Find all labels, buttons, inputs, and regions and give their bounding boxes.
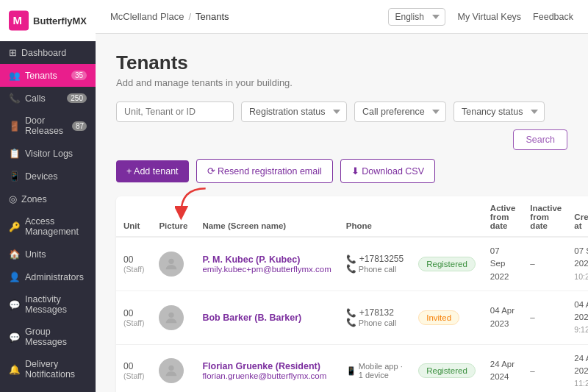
status-cell: Invited [411,291,483,344]
tenant-phone: 📞+178132 [346,307,404,318]
sidebar-item-delivery-notifications[interactable]: 🔔 Delivery Notifications [0,353,96,385]
tenant-phone: 📞+17813255 [346,254,404,264]
access-icon: 🔑 [9,221,21,232]
col-status [411,196,483,237]
tenant-name-link[interactable]: Florian Gruenke (Resident) [202,361,331,371]
unit-cell: 00 (Staff) [116,344,151,392]
breadcrumb: McClelland Place / Tenants [110,11,229,22]
phone-cell: 📞+178132 📞Phone call [339,291,411,344]
notif-icon: 🔔 [9,364,21,375]
unit-cell: 00 (Staff) [116,291,151,344]
col-name: Name (Screen name) [195,196,338,237]
status-cell: Registered [411,237,483,291]
zone-icon: ◎ [9,193,17,204]
arrow-annotation [175,185,212,224]
status-badge: Registered [418,363,476,378]
language-select[interactable]: English Spanish [388,8,445,26]
door-icon: 🚪 [9,121,21,132]
contact-icon: 📞 [346,318,356,327]
table-row: 00 (Staff) Bob Barker (B. Barker) 📞+1781… [116,291,588,344]
add-tenant-button[interactable]: + Add tenant [116,160,189,182]
created-time: 10:26AM [574,272,588,281]
status-cell: Registered [411,344,483,392]
contact-type: 📞Phone call [346,318,404,327]
sidebar-item-units[interactable]: 🏠 Units [0,243,96,266]
table-row: 00 (Staff) Florian Gruenke (Resident) fl… [116,344,588,392]
picture-cell [151,344,195,392]
admin-icon: 👤 [9,271,21,282]
active-date-cell: 04 Apr 2023 [483,291,523,344]
phone-icon: 📞 [346,254,356,264]
sidebar-item-zones[interactable]: ◎ Zones [0,188,96,210]
contact-type: 📞Phone call [346,264,404,274]
grid-icon: ⊞ [9,47,17,58]
sidebar-item-dashboard[interactable]: ⊞ Dashboard [0,41,96,64]
tenancy-status-select[interactable]: Tenancy status [453,101,545,122]
feedback-link[interactable]: Feedback [533,12,573,22]
tenants-badge: 35 [71,71,87,80]
my-virtual-keys-link[interactable]: My Virtual Keys [457,12,521,22]
log-icon: 📋 [9,148,21,159]
svg-text:M: M [12,15,21,26]
svg-point-3 [169,312,174,317]
sidebar-item-administrators[interactable]: 👤 Administrators [0,266,96,288]
breadcrumb-building[interactable]: McClelland Place [110,11,184,22]
unit-icon: 🏠 [9,249,21,260]
active-date-cell: 07 Sep 2022 [483,237,523,291]
logo: M ButterflyMX [0,0,96,41]
col-active-date: Activefromdate [483,196,523,237]
download-csv-button[interactable]: ⬇ Download CSV [340,159,435,183]
table-row: 00 (Staff) P. M. Kubec (P. Kubec) emily.… [116,237,588,291]
door-releases-badge: 87 [72,121,87,131]
tenant-email-link[interactable]: florian.gruenke@butterflymx.com [202,371,331,380]
search-button[interactable]: Search [513,129,567,150]
tenant-name-link[interactable]: P. M. Kubec (P. Kubec) [202,254,331,265]
call-preference-select[interactable]: Call preference [354,101,446,122]
col-phone: Phone [339,196,411,237]
inactive-date-cell: – [523,237,567,291]
created-date-cell: 04 Apr 20239:12AM [567,291,588,344]
sidebar-item-inactivity-messages[interactable]: 💬 Inactivity Messages [0,288,96,321]
user-avatar-icon [163,310,179,326]
phone-cell: 📞+17813255 📞Phone call [339,237,411,291]
registration-status-select[interactable]: Registration status [241,101,347,122]
main-content: McClelland Place / Tenants English Spani… [96,0,588,392]
user-avatar-icon [163,363,179,379]
logo-icon: M [9,10,29,31]
inactive-date-cell: – [523,291,567,344]
sidebar-item-group-messages[interactable]: 💬 Group Messages [0,321,96,353]
sidebar: M ButterflyMX ⊞ Dashboard 👥 Tenants 35 📞… [0,0,96,392]
sidebar-item-calls[interactable]: 📞 Calls 250 [0,87,96,110]
search-input[interactable] [116,101,234,122]
svg-point-2 [169,259,174,264]
unit-cell: 00 (Staff) [116,237,151,291]
msg-icon: 💬 [9,299,21,310]
resend-email-button[interactable]: ⟳ Resend registration email [196,159,333,183]
calls-badge: 250 [67,93,87,103]
tenant-name-link[interactable]: Bob Barker (B. Barker) [202,313,331,323]
page-subtitle: Add and manage tenants in your building. [116,77,567,88]
logo-text: ButterflyMX [33,15,87,26]
svg-point-4 [169,366,174,371]
col-inactive-date: Inactivefromdate [523,196,567,237]
tenants-table: Unit Picture Name (Screen name) Phone Ac… [116,196,588,392]
name-cell: Florian Gruenke (Resident) florian.gruen… [195,344,338,392]
page-title: Tenants [116,51,567,74]
created-date-cell: 24 Apr 202411:20AM [567,344,588,392]
avatar [159,305,184,330]
phone-cell: 📱Mobile app · 1 device [339,344,411,392]
filter-row: Registration status Call preference Tena… [116,101,567,150]
sidebar-item-access-management[interactable]: 🔑 Access Management [0,210,96,243]
sidebar-item-tenants[interactable]: 👥 Tenants 35 [0,64,96,87]
name-cell: Bob Barker (B. Barker) [195,291,338,344]
created-time: 11:20AM [574,379,588,388]
sidebar-item-devices[interactable]: 📱 Devices [0,165,96,188]
sidebar-item-delivery-authorizations[interactable]: ✅ Delivery Authorizations [0,385,96,392]
users-icon: 👥 [9,70,21,81]
created-time: 9:12AM [574,325,588,334]
sidebar-item-door-releases[interactable]: 🚪 Door Releases 87 [0,110,96,142]
tenant-email-link[interactable]: emily.kubec+pm@butterflymx.com [202,265,331,274]
sidebar-item-visitor-logs[interactable]: 📋 Visitor Logs [0,142,96,165]
user-avatar-icon [163,256,179,272]
action-row: + Add tenant ⟳ Resend registration email… [116,159,567,183]
